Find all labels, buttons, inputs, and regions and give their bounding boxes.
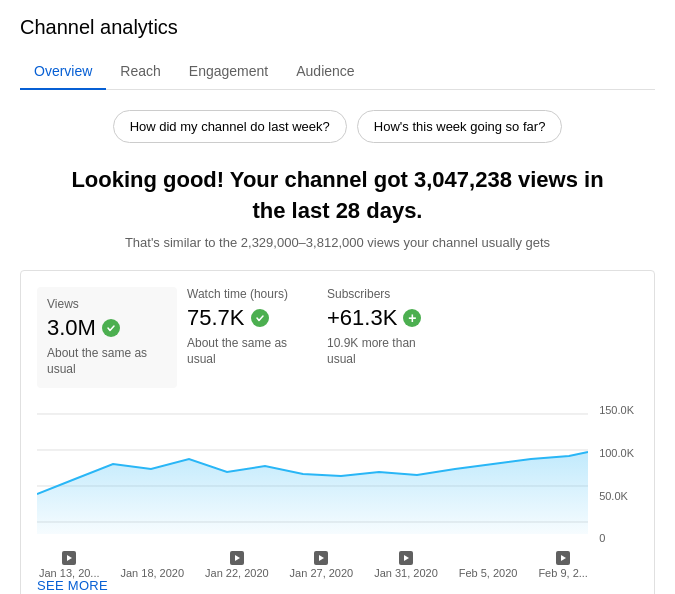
video-indicator-jan31	[399, 551, 413, 565]
metric-subscribers: Subscribers +61.3K + 10.9K more than usu…	[327, 287, 467, 389]
watch-time-value: 75.7K	[187, 305, 297, 331]
video-indicator-feb9	[556, 551, 570, 565]
views-check-icon	[102, 319, 120, 337]
video-indicator-jan27	[314, 551, 328, 565]
date-jan31: Jan 31, 2020	[374, 551, 438, 579]
tab-overview[interactable]: Overview	[20, 53, 106, 89]
tab-audience[interactable]: Audience	[282, 53, 368, 89]
main-stat-section: Looking good! Your channel got 3,047,238…	[20, 165, 655, 227]
watch-time-check-icon	[251, 309, 269, 327]
sub-headline: That's similar to the 2,329,000–3,812,00…	[20, 235, 655, 250]
watch-time-label: Watch time (hours)	[187, 287, 297, 301]
tab-engagement[interactable]: Engagement	[175, 53, 282, 89]
main-headline: Looking good! Your channel got 3,047,238…	[58, 165, 618, 227]
chart-y-labels: 150.0K 100.0K 50.0K 0	[595, 404, 638, 544]
chart-container: 150.0K 100.0K 50.0K 0 Jan 13, 20... Jan …	[37, 404, 638, 564]
last-week-button[interactable]: How did my channel do last week?	[113, 110, 347, 143]
chart-svg	[37, 404, 588, 544]
svg-marker-8	[561, 555, 566, 561]
this-week-button[interactable]: How's this week going so far?	[357, 110, 563, 143]
watch-time-sub: About the same as usual	[187, 335, 297, 369]
views-sub: About the same as usual	[47, 345, 157, 379]
date-jan22: Jan 22, 2020	[205, 551, 269, 579]
video-indicator-jan13	[62, 551, 76, 565]
quick-actions: How did my channel do last week? How's t…	[20, 110, 655, 143]
subscribers-label: Subscribers	[327, 287, 437, 301]
subscribers-value: +61.3K +	[327, 305, 437, 331]
date-jan27: Jan 27, 2020	[290, 551, 354, 579]
date-feb5: Feb 5, 2020	[459, 551, 518, 579]
video-indicator-jan22	[230, 551, 244, 565]
metric-views: Views 3.0M About the same as usual	[37, 287, 177, 389]
views-value: 3.0M	[47, 315, 157, 341]
subscribers-sub: 10.9K more than usual	[327, 335, 437, 369]
date-jan18: Jan 18, 2020	[120, 551, 184, 579]
metrics-card: Views 3.0M About the same as usual Watch…	[20, 270, 655, 594]
views-label: Views	[47, 297, 157, 311]
metric-watch-time: Watch time (hours) 75.7K About the same …	[187, 287, 327, 389]
y-label-150k: 150.0K	[599, 404, 634, 416]
tab-reach[interactable]: Reach	[106, 53, 174, 89]
svg-marker-4	[67, 555, 72, 561]
subscribers-plus-icon: +	[403, 309, 421, 327]
date-jan13: Jan 13, 20...	[39, 551, 100, 579]
metrics-row: Views 3.0M About the same as usual Watch…	[37, 287, 638, 389]
see-more-link[interactable]: SEE MORE	[37, 578, 638, 593]
y-label-0: 0	[599, 532, 634, 544]
page-title: Channel analytics	[20, 16, 655, 39]
date-feb9: Feb 9, 2...	[538, 551, 588, 579]
y-label-100k: 100.0K	[599, 447, 634, 459]
svg-marker-7	[404, 555, 409, 561]
svg-marker-6	[319, 555, 324, 561]
svg-marker-5	[235, 555, 240, 561]
y-label-50k: 50.0K	[599, 490, 634, 502]
chart-dates: Jan 13, 20... Jan 18, 2020 Jan 22, 2020	[37, 547, 638, 579]
tabs-container: Overview Reach Engagement Audience	[20, 53, 655, 90]
